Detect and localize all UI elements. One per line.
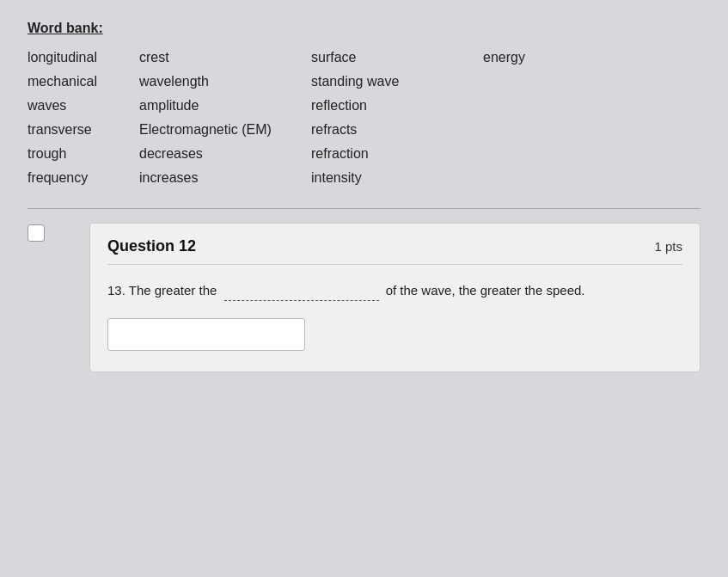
word-bank-item: waves — [28, 96, 139, 115]
question-checkbox[interactable] — [28, 224, 45, 242]
word-bank-item: trough — [28, 144, 139, 163]
section-divider — [28, 208, 700, 209]
question-row: Question 12 1 pts 13. The greater the of… — [28, 223, 700, 372]
word-bank-section: Word bank: longitudinal crest surface en… — [28, 21, 700, 187]
word-bank-item: refraction — [311, 144, 483, 163]
question-title: Question 12 — [107, 237, 196, 255]
answer-input[interactable] — [107, 318, 305, 351]
word-bank-item: longitudinal — [28, 48, 139, 67]
question-number: 13. — [107, 283, 125, 298]
word-bank-item: transverse — [28, 120, 139, 139]
word-bank-item: crest — [139, 48, 311, 67]
question-text-after: of the wave, the greater the speed. — [386, 283, 585, 298]
question-blank — [224, 300, 379, 301]
word-bank-item — [483, 96, 612, 115]
word-bank-item: energy — [483, 48, 612, 67]
word-bank-item: standing wave — [311, 72, 483, 91]
word-bank-item: intensity — [311, 169, 483, 187]
word-bank-item — [483, 169, 612, 187]
word-bank-item — [483, 144, 612, 163]
question-body: 13. The greater the of the wave, the gre… — [107, 280, 682, 301]
word-bank-item: surface — [311, 48, 483, 67]
word-bank-grid: longitudinal crest surface energy mechan… — [28, 48, 700, 187]
word-bank-item — [483, 72, 612, 91]
word-bank-item: wavelength — [139, 72, 311, 91]
word-bank-item: Electromagnetic (EM) — [139, 120, 311, 139]
word-bank-item: amplitude — [139, 96, 311, 115]
question-container: Question 12 1 pts 13. The greater the of… — [89, 223, 700, 372]
word-bank-item — [483, 120, 612, 139]
word-bank-item: decreases — [139, 144, 311, 163]
word-bank-item: mechanical — [28, 72, 139, 91]
word-bank-label: Word bank: — [28, 21, 700, 36]
question-text-before: The greater the — [129, 283, 217, 298]
word-bank-item: frequency — [28, 169, 139, 187]
word-bank-item: refracts — [311, 120, 483, 139]
word-bank-item: increases — [139, 169, 311, 187]
question-points: 1 pts — [654, 239, 682, 254]
question-header: Question 12 1 pts — [107, 237, 682, 265]
word-bank-item: reflection — [311, 96, 483, 115]
